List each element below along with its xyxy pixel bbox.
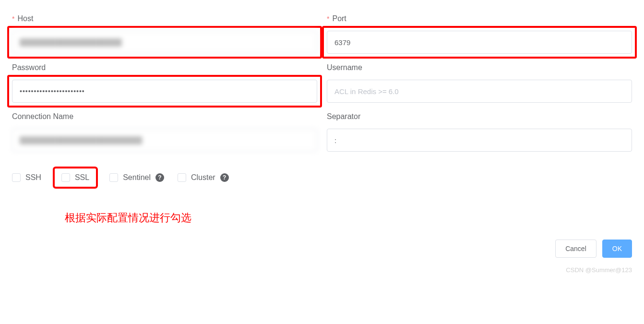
password-highlight-box [7, 75, 322, 108]
separator-input[interactable] [327, 129, 632, 152]
password-field-group: Password [12, 63, 317, 103]
separator-label: Separator [327, 112, 632, 121]
checkbox-icon [61, 173, 70, 182]
cluster-checkbox-item[interactable]: Cluster ? [178, 173, 229, 182]
checkbox-icon [178, 173, 186, 182]
sentinel-checkbox-item[interactable]: Sentinel ? [109, 173, 164, 182]
host-input[interactable] [12, 31, 317, 54]
cluster-checkbox-label: Cluster [191, 173, 215, 182]
options-checkbox-row: SSH SSL Sentinel ? Cluster ? [12, 173, 632, 182]
footer-buttons: Cancel OK [12, 240, 632, 258]
ssh-checkbox-item[interactable]: SSH [12, 173, 41, 182]
host-label: * Host [12, 14, 317, 23]
port-field-group: * Port [327, 14, 632, 54]
port-label-text: Port [332, 14, 346, 23]
host-field-group: * Host [12, 14, 317, 54]
annotation-text: 根据实际配置情况进行勾选 [65, 211, 632, 225]
username-input[interactable] [327, 80, 632, 103]
checkbox-icon [109, 173, 118, 182]
connection-name-field-group: Connection Name [12, 112, 317, 152]
connection-name-label: Connection Name [12, 112, 317, 121]
password-input[interactable] [12, 80, 317, 103]
separator-label-text: Separator [327, 112, 360, 121]
help-icon[interactable]: ? [220, 173, 229, 182]
ssl-checkbox-label: SSL [75, 173, 89, 182]
ok-button[interactable]: OK [602, 240, 632, 258]
username-label-text: Username [327, 63, 362, 72]
port-input[interactable] [327, 31, 632, 54]
port-label: * Port [327, 14, 632, 23]
password-label: Password [12, 63, 317, 72]
cancel-button[interactable]: Cancel [555, 240, 596, 258]
connection-name-input[interactable] [12, 129, 317, 152]
required-mark-icon: * [12, 15, 14, 23]
port-highlight-box [322, 26, 637, 59]
sentinel-checkbox-label: Sentinel [123, 173, 151, 182]
required-mark-icon: * [327, 15, 329, 23]
ssl-highlight-box: SSL [53, 167, 98, 189]
watermark-text: CSDN @Summer@123 [12, 266, 632, 274]
host-label-text: Host [17, 14, 33, 23]
checkbox-icon [12, 173, 21, 182]
username-field-group: Username [327, 63, 632, 103]
separator-field-group: Separator [327, 112, 632, 152]
connection-name-label-text: Connection Name [12, 112, 73, 121]
password-label-text: Password [12, 63, 46, 72]
username-label: Username [327, 63, 632, 72]
help-icon[interactable]: ? [155, 173, 164, 182]
ssh-checkbox-label: SSH [25, 173, 41, 182]
ssl-checkbox-item[interactable]: SSL [61, 173, 89, 182]
host-highlight-box [7, 26, 322, 59]
